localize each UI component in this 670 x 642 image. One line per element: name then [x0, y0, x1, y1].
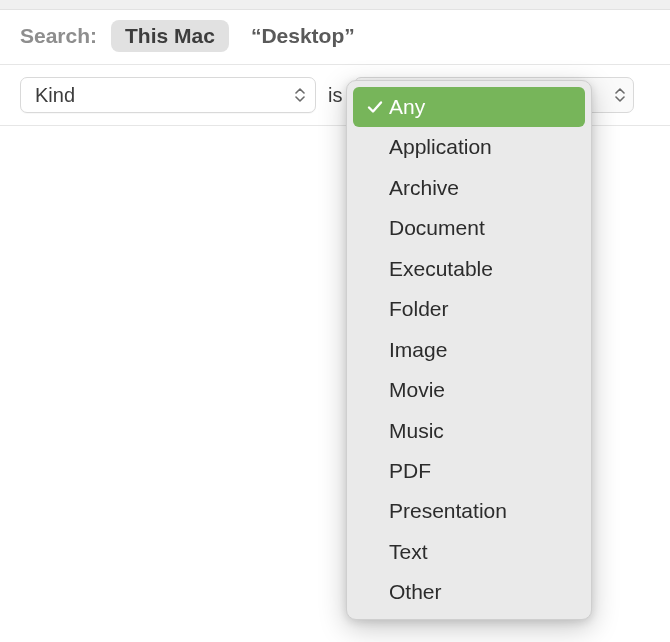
attribute-select[interactable]: Kind: [20, 77, 316, 113]
kind-option-label: Presentation: [389, 496, 507, 526]
search-scope-bar: Search: This Mac “Desktop”: [0, 10, 670, 64]
operator-label: is: [328, 84, 342, 107]
chevron-up-down-icon: [615, 88, 625, 102]
kind-option-label: PDF: [389, 456, 431, 486]
kind-option-text[interactable]: Text: [353, 532, 585, 572]
kind-option-movie[interactable]: Movie: [353, 370, 585, 410]
kind-option-label: Other: [389, 577, 442, 607]
kind-option-label: Any: [389, 92, 425, 122]
kind-option-image[interactable]: Image: [353, 330, 585, 370]
kind-option-application[interactable]: Application: [353, 127, 585, 167]
kind-option-folder[interactable]: Folder: [353, 289, 585, 329]
kind-option-label: Archive: [389, 173, 459, 203]
kind-option-executable[interactable]: Executable: [353, 249, 585, 289]
kind-option-document[interactable]: Document: [353, 208, 585, 248]
scope-desktop[interactable]: “Desktop”: [237, 20, 369, 52]
kind-option-any[interactable]: Any: [353, 87, 585, 127]
kind-option-music[interactable]: Music: [353, 411, 585, 451]
kind-option-label: Image: [389, 335, 447, 365]
kind-option-presentation[interactable]: Presentation: [353, 491, 585, 531]
kind-option-label: Executable: [389, 254, 493, 284]
chevron-up-down-icon: [295, 88, 305, 102]
kind-option-pdf[interactable]: PDF: [353, 451, 585, 491]
kind-option-label: Application: [389, 132, 492, 162]
scope-this-mac[interactable]: This Mac: [111, 20, 229, 52]
window-top-strip: [0, 0, 670, 10]
kind-dropdown-menu: AnyApplicationArchiveDocumentExecutableF…: [346, 80, 592, 620]
kind-option-other[interactable]: Other: [353, 572, 585, 612]
kind-option-label: Movie: [389, 375, 445, 405]
kind-option-label: Folder: [389, 294, 449, 324]
kind-option-archive[interactable]: Archive: [353, 168, 585, 208]
kind-option-label: Music: [389, 416, 444, 446]
kind-option-label: Text: [389, 537, 428, 567]
checkmark-icon: [363, 99, 387, 115]
search-label: Search:: [20, 24, 97, 48]
kind-option-label: Document: [389, 213, 485, 243]
attribute-select-value: Kind: [35, 84, 75, 107]
